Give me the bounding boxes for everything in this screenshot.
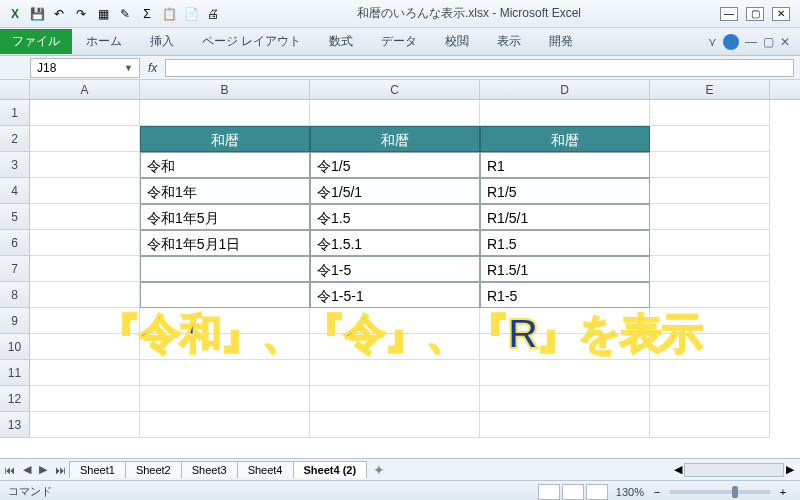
cell[interactable] [30,308,140,334]
cell[interactable] [650,256,770,282]
row-header[interactable]: 13 [0,412,30,438]
cell[interactable] [30,230,140,256]
cell[interactable]: R1 [480,152,650,178]
cell[interactable] [480,360,650,386]
tab-formulas[interactable]: 数式 [315,29,367,54]
fx-icon[interactable]: fx [148,61,157,75]
tab-nav-last[interactable]: ⏭ [51,464,70,476]
cell[interactable]: 令1.5.1 [310,230,480,256]
sheet-tab[interactable]: Sheet4 (2) [293,461,368,478]
cell[interactable] [650,230,770,256]
cell[interactable]: 令和1年5月 [140,204,310,230]
excel-icon[interactable]: X [6,5,24,23]
cell[interactable] [30,282,140,308]
row-header[interactable]: 8 [0,282,30,308]
row-header[interactable]: 4 [0,178,30,204]
cell[interactable] [30,204,140,230]
cell[interactable]: 令1-5-1 [310,282,480,308]
row-header[interactable]: 9 [0,308,30,334]
formula-input[interactable] [165,59,794,77]
zoom-slider[interactable] [670,490,770,494]
sheet-tab[interactable]: Sheet4 [237,461,294,478]
view-pagebreak[interactable] [586,484,608,500]
minimize-button[interactable]: — [720,7,738,21]
maximize-button[interactable]: ▢ [746,7,764,21]
cell[interactable] [140,386,310,412]
cell[interactable] [650,282,770,308]
sheet-tab[interactable]: Sheet2 [125,461,182,478]
cell[interactable] [140,360,310,386]
zoom-percent[interactable]: 130% [616,486,644,498]
redo-icon[interactable]: ↷ [72,5,90,23]
hscroll-left[interactable]: ◀ [674,463,682,476]
tab-home[interactable]: ホーム [72,29,136,54]
cell[interactable] [480,412,650,438]
cell[interactable] [30,412,140,438]
file-tab[interactable]: ファイル [0,29,72,54]
cell[interactable] [140,100,310,126]
cell[interactable]: 令1-5 [310,256,480,282]
tab-nav-next[interactable]: ▶ [35,463,51,476]
cell[interactable] [30,256,140,282]
cell[interactable]: R1-5 [480,282,650,308]
row-header[interactable]: 2 [0,126,30,152]
cell[interactable]: 令和1年 [140,178,310,204]
cell[interactable] [30,360,140,386]
tab-nav-prev[interactable]: ◀ [19,463,35,476]
cell[interactable] [650,360,770,386]
cell[interactable] [650,334,770,360]
row-header[interactable]: 10 [0,334,30,360]
cell[interactable] [480,334,650,360]
cell[interactable] [650,152,770,178]
tab-nav-first[interactable]: ⏮ [0,464,19,476]
save-icon[interactable]: 💾 [28,5,46,23]
sheet-tab[interactable]: Sheet3 [181,461,238,478]
tab-data[interactable]: データ [367,29,431,54]
tab-review[interactable]: 校閲 [431,29,483,54]
col-header-D[interactable]: D [480,80,650,99]
qat-icon[interactable]: 🖨 [204,5,222,23]
ribbon-expand-icon[interactable]: ⋎ [708,35,717,49]
cell[interactable] [30,152,140,178]
chevron-down-icon[interactable]: ▼ [124,63,133,73]
select-all-corner[interactable] [0,80,30,99]
zoom-out-button[interactable]: − [650,486,664,498]
cell[interactable]: 令和1年5月1日 [140,230,310,256]
cell[interactable] [30,100,140,126]
cell[interactable] [140,334,310,360]
cell[interactable] [140,412,310,438]
col-header-A[interactable]: A [30,80,140,99]
undo-icon[interactable]: ↶ [50,5,68,23]
cell[interactable]: R1/5/1 [480,204,650,230]
cell[interactable]: 和暦 [310,126,480,152]
cell[interactable] [310,100,480,126]
tab-view[interactable]: 表示 [483,29,535,54]
row-header[interactable]: 6 [0,230,30,256]
cell[interactable]: R1.5/1 [480,256,650,282]
qat-icon[interactable]: ✎ [116,5,134,23]
qat-icon[interactable]: 📄 [182,5,200,23]
cell[interactable] [30,334,140,360]
row-header[interactable]: 5 [0,204,30,230]
cell[interactable] [140,308,310,334]
cell[interactable]: 令1/5/1 [310,178,480,204]
qat-icon[interactable]: Σ [138,5,156,23]
cell[interactable] [30,386,140,412]
cell[interactable] [480,386,650,412]
cell[interactable] [650,204,770,230]
horizontal-scrollbar[interactable] [684,463,784,477]
cell[interactable] [30,178,140,204]
new-sheet-button[interactable]: ✦ [367,462,391,478]
cell[interactable] [650,308,770,334]
help-icon[interactable]: ? [723,34,739,50]
tab-developer[interactable]: 開発 [535,29,587,54]
tab-pagelayout[interactable]: ページ レイアウト [188,29,315,54]
cell[interactable] [650,178,770,204]
close-button[interactable]: ✕ [772,7,790,21]
cell[interactable] [480,100,650,126]
zoom-in-button[interactable]: + [776,486,790,498]
cell[interactable]: R1/5 [480,178,650,204]
cell[interactable] [140,256,310,282]
cell[interactable] [650,126,770,152]
cell[interactable]: 和暦 [140,126,310,152]
